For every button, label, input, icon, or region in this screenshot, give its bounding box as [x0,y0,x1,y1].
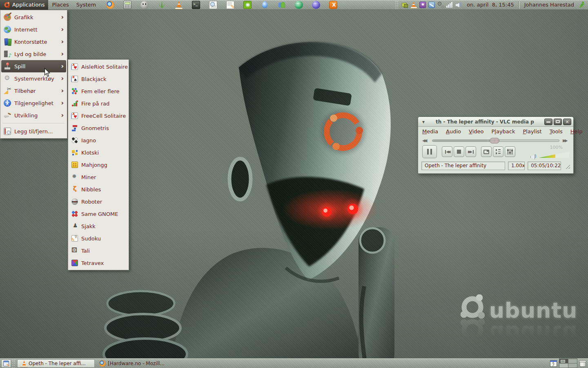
window-menu-icon[interactable] [420,119,427,125]
vlc-menu-video[interactable]: Video [469,128,483,135]
messenger-launcher[interactable] [278,1,286,9]
nibbles-icon [71,186,78,193]
mute-icon[interactable] [530,153,537,159]
clock[interactable]: on. april 8, 15:45 [464,2,517,8]
workspace-2[interactable] [568,359,577,363]
seek-handle[interactable] [490,138,499,144]
terminal-launcher[interactable] [192,1,200,9]
show-desktop-button[interactable] [1,359,11,368]
plant-launcher[interactable] [158,1,166,9]
calculator-launcher[interactable] [123,1,131,9]
menu-item-nibbles[interactable]: Nibbles [69,183,128,195]
text-editor-launcher[interactable] [226,1,234,9]
applications-menu: Grafikk›Internett›Kontorstøtte›Lyd og bi… [0,10,67,139]
menu-item-tetravex[interactable]: Tetravex [69,257,128,269]
user-switcher[interactable]: Johannes Harestad [522,2,577,8]
logout-icon[interactable] [579,1,586,9]
menu-item-roboter[interactable]: Roboter [69,195,128,208]
playback-rate[interactable]: 1.00x [508,162,525,170]
menu-item-fire-på-rad[interactable]: Fire på rad [69,97,128,110]
close-button[interactable] [563,119,571,125]
applications-menu-button[interactable]: Applications [0,0,48,10]
menu-item-utvikling[interactable]: Utvikling› [1,109,66,121]
menu-item-sjakk[interactable]: Sjakk [69,220,128,232]
pause-button[interactable] [422,145,437,158]
menu-item-systemverktøy[interactable]: Systemverktøy› [1,72,66,85]
vlc-menu-media[interactable]: Media [422,128,438,135]
playlist-button[interactable] [493,146,503,157]
vlc-launcher[interactable] [175,1,183,9]
gimp-launcher[interactable] [140,1,149,9]
menu-item-label: Tetravex [81,260,104,266]
volume-slider[interactable] [539,151,569,158]
menu-item-internett[interactable]: Internett› [1,23,66,36]
menu-item-kontorstøtte[interactable]: Kontorstøtte› [1,36,66,48]
minimize-button[interactable] [544,119,552,125]
menu-item-iagno[interactable]: Iagno [69,134,128,146]
menu-item-same-gnome[interactable]: Same GNOME [69,208,128,220]
menu-item-tali[interactable]: Tali [69,245,128,257]
fullscreen-button[interactable] [481,146,492,157]
menu-item-label: Sudoku [81,236,101,242]
equalizer-button[interactable] [505,146,515,157]
resize-grip[interactable] [564,163,570,169]
menu-item-freecell-solitaire[interactable]: FreeCell Solitaire [69,110,128,122]
places-menu-button[interactable]: Places [48,0,72,10]
previous-button[interactable] [442,146,452,157]
signal-tray-item[interactable] [446,2,453,8]
workspace-1[interactable] [559,359,568,363]
broken-window-icon[interactable] [550,360,557,367]
workspace-3[interactable] [559,364,568,368]
menu-item-sudoku[interactable]: Sudoku [69,232,128,245]
menu-item-klotski[interactable]: Klotski [69,146,128,159]
menu-item-gnometris[interactable]: Gnometris [69,122,128,134]
seek-back-icon[interactable] [422,139,429,143]
network-tray-item[interactable] [401,2,408,8]
stop-button[interactable] [454,146,464,157]
taskbar-drag-handle[interactable] [12,359,16,368]
menu-item-grafikk[interactable]: Grafikk› [1,11,66,23]
tray-drag-handle[interactable] [395,1,399,9]
menu-item-tilgjengelighet[interactable]: Tilgjengelighet› [1,97,66,109]
volume-tray-item[interactable] [455,2,462,8]
vlc-menu-help[interactable]: Help [570,128,583,135]
cleaner-tray-item[interactable] [428,2,435,8]
system-monitor-tray-item[interactable] [437,2,444,8]
next-button[interactable] [466,146,476,157]
games-submenu: AisleRiot SolitaireBlackjackFem eller fl… [68,59,129,270]
trash-icon[interactable] [579,361,586,367]
menu-item-fem-eller-flere[interactable]: Fem eller flere [69,85,128,97]
menu-item-spill[interactable]: Spill› [1,60,66,72]
vlc-tray-item[interactable] [410,2,417,8]
vlc-menu-tools[interactable]: Tools [550,128,563,135]
menu-item-blackjack[interactable]: Blackjack [69,73,128,85]
package-tray-item[interactable] [419,2,426,8]
sphere-green-launcher[interactable] [295,1,303,9]
menu-item-miner[interactable]: Miner [69,171,128,183]
seek-forward-icon[interactable] [563,139,569,143]
workspace-4[interactable] [568,364,577,368]
vlc-menu-playback[interactable]: Playback [491,128,515,135]
ubuntu-watermark-text: ubuntu [489,298,577,323]
sphere-purple-launcher[interactable] [312,1,320,9]
menu-item-mahjongg[interactable]: Mahjongg [69,159,128,171]
vlc-titlebar[interactable]: th - The leper affinity - VLC media p [418,117,573,127]
task-opeth-the-leper-affi[interactable]: Opeth - The leper affi... [17,359,95,368]
firefox-launcher[interactable] [106,1,114,9]
menu-item-lyd-og-bilde[interactable]: Lyd og bilde› [1,48,66,60]
seek-slider[interactable] [432,139,559,142]
water-drop-launcher[interactable] [261,1,269,9]
maximize-button[interactable] [554,119,562,125]
task-hardware-no-mozill[interactable]: [Hardware.no - Mozill... [96,359,174,368]
system-menu-button[interactable]: System [73,0,100,10]
menu-item-tilbehør[interactable]: Tilbehør› [1,85,66,97]
card-black-icon [71,76,78,82]
time-display[interactable]: 05:05/10:22 [528,162,561,170]
vlc-menu-audio[interactable]: Audio [446,128,461,135]
schedule-launcher[interactable] [209,1,217,9]
vlc-menu-playlist[interactable]: Playlist [523,128,541,135]
xampp-launcher[interactable] [329,1,337,9]
nvidia-launcher[interactable] [243,1,252,9]
menu-item-aisleriot-solitaire[interactable]: AisleRiot Solitaire [69,61,128,73]
menu-item-legg-til-fjern[interactable]: Legg til/fjern... [1,125,66,137]
